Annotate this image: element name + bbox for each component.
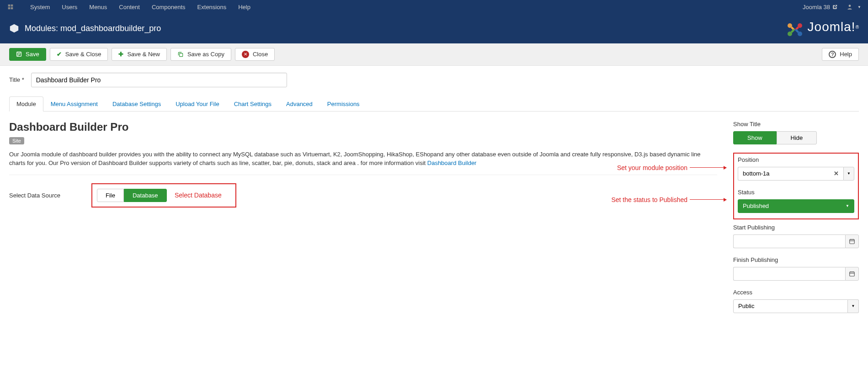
access-value: Public xyxy=(738,303,754,309)
svg-rect-1 xyxy=(17,52,21,57)
joomla-logo: Joomla!® xyxy=(786,20,859,37)
check-icon: ✔ xyxy=(57,51,62,58)
tab-advanced[interactable]: Advanced xyxy=(279,96,320,112)
dashboard-builder-link[interactable]: Dashboard Builder xyxy=(427,160,477,166)
select-database-annotation: Select Database xyxy=(175,192,222,199)
page-header: Modules: mod_dashboardbuilder_pro Joomla… xyxy=(0,14,868,43)
caret-down-icon: ▼ xyxy=(847,171,851,176)
save-button[interactable]: Save xyxy=(9,48,46,61)
module-heading: Dashboard Builder Pro xyxy=(9,121,717,133)
status-select[interactable]: Published ▼ xyxy=(738,199,854,213)
save-close-button[interactable]: ✔ Save & Close xyxy=(50,48,108,61)
menu-menus[interactable]: Menus xyxy=(83,4,113,11)
joomla-logo-icon xyxy=(786,22,804,37)
cube-icon xyxy=(9,23,19,33)
access-select[interactable]: Public xyxy=(733,299,848,313)
svg-rect-3 xyxy=(850,239,855,243)
finish-publishing-input[interactable] xyxy=(733,267,845,281)
joomla-logo-registered: ® xyxy=(856,25,859,30)
data-source-highlight-box: File Database Select Database xyxy=(91,183,236,208)
position-annotation: Set your module position xyxy=(617,164,726,171)
svg-point-0 xyxy=(849,5,851,7)
copy-icon xyxy=(177,51,184,58)
save-copy-button[interactable]: Save as Copy xyxy=(170,48,231,61)
position-input[interactable]: bottom-1a ✕ xyxy=(738,167,843,181)
help-icon: ? xyxy=(829,51,836,58)
apply-icon xyxy=(16,51,22,57)
site-link[interactable]: Joomla 38 xyxy=(803,4,837,11)
plus-icon: ✚ xyxy=(118,51,123,58)
start-publishing-calendar-button[interactable] xyxy=(845,234,859,248)
start-publishing-input[interactable] xyxy=(733,234,845,248)
tab-database-settings[interactable]: Database Settings xyxy=(105,96,168,112)
external-link-icon xyxy=(832,5,837,10)
site-name-label: Joomla 38 xyxy=(803,4,830,11)
show-title-show[interactable]: Show xyxy=(733,131,777,144)
access-label: Access xyxy=(733,289,859,296)
calendar-icon xyxy=(849,271,855,277)
page-title: Modules: mod_dashboardbuilder_pro xyxy=(25,24,161,33)
source-file-button[interactable]: File xyxy=(97,189,124,202)
caret-down-icon: ▼ xyxy=(846,204,849,208)
help-button[interactable]: ? Help xyxy=(822,48,859,61)
title-input[interactable] xyxy=(31,73,287,87)
caret-down-icon: ▼ xyxy=(852,304,855,308)
menu-extensions[interactable]: Extensions xyxy=(192,4,233,11)
menu-components[interactable]: Components xyxy=(146,4,192,11)
joomla-small-icon[interactable] xyxy=(7,3,14,11)
title-label: Title * xyxy=(9,76,24,83)
close-button[interactable]: ✕ Close xyxy=(235,48,275,61)
admin-topbar: System Users Menus Content Components Ex… xyxy=(0,0,868,14)
site-badge: Site xyxy=(9,137,24,144)
svg-rect-7 xyxy=(850,272,855,276)
tabs-nav: Module Menu Assignment Database Settings… xyxy=(9,96,859,112)
action-toolbar: Save ✔ Save & Close ✚ Save & New Save as… xyxy=(0,43,868,66)
tab-upload-file[interactable]: Upload Your File xyxy=(168,96,226,112)
tab-chart-settings[interactable]: Chart Settings xyxy=(227,96,279,112)
content-area: Title * Module Menu Assignment Database … xyxy=(0,66,868,328)
status-annotation: Set the status to Published xyxy=(611,196,726,203)
position-dropdown-toggle[interactable]: ▼ xyxy=(843,167,854,181)
start-publishing-label: Start Publishing xyxy=(733,224,859,231)
access-dropdown-toggle[interactable]: ▼ xyxy=(848,299,859,313)
svg-rect-2 xyxy=(180,53,183,56)
calendar-icon xyxy=(849,238,855,245)
tab-menu-assignment[interactable]: Menu Assignment xyxy=(43,96,105,112)
user-dropdown-caret[interactable]: ▼ xyxy=(857,5,861,9)
tab-permissions[interactable]: Permissions xyxy=(320,96,367,112)
finish-publishing-label: Finish Publishing xyxy=(733,256,859,263)
finish-publishing-calendar-button[interactable] xyxy=(845,267,859,281)
menu-help[interactable]: Help xyxy=(232,4,256,11)
source-database-button[interactable]: Database xyxy=(124,189,167,202)
module-description: Our Joomla module of dashboard builder p… xyxy=(9,150,717,168)
position-label: Position xyxy=(738,156,854,163)
menu-users[interactable]: Users xyxy=(56,4,83,11)
show-title-hide[interactable]: Hide xyxy=(777,131,817,144)
save-new-button[interactable]: ✚ Save & New xyxy=(112,48,167,61)
cancel-icon: ✕ xyxy=(242,51,249,58)
status-value: Published xyxy=(743,202,769,209)
menu-system[interactable]: System xyxy=(24,4,56,11)
position-clear-icon[interactable]: ✕ xyxy=(834,170,839,177)
select-data-source-label: Select Data Source xyxy=(9,192,91,199)
menu-content[interactable]: Content xyxy=(113,4,146,11)
position-status-highlight-box: Position bottom-1a ✕ ▼ Status xyxy=(733,153,859,219)
show-title-label: Show Title xyxy=(733,121,859,128)
divider xyxy=(9,175,717,175)
status-label: Status xyxy=(738,189,854,196)
tab-module[interactable]: Module xyxy=(9,96,43,112)
position-value: bottom-1a xyxy=(743,170,770,177)
user-icon[interactable] xyxy=(847,4,853,10)
joomla-logo-text: Joomla! xyxy=(808,20,856,34)
